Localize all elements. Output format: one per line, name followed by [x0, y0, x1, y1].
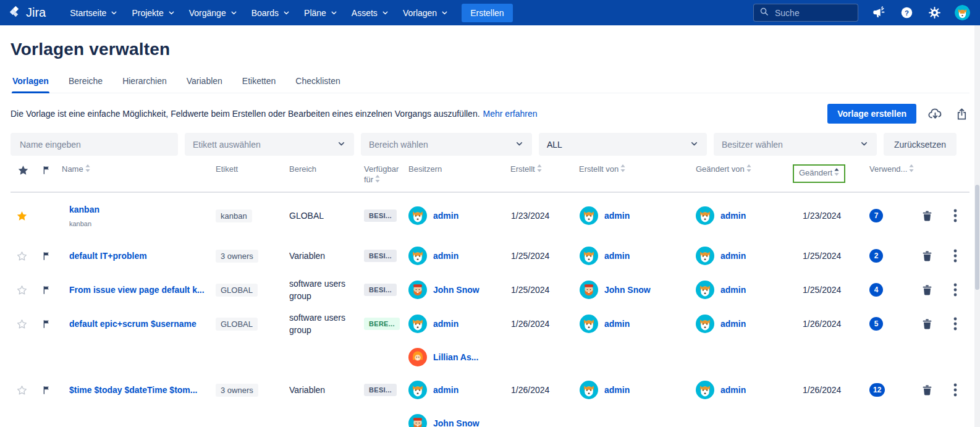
avatar-dog — [408, 315, 427, 333]
create-template-button[interactable]: Vorlage erstellen — [827, 104, 916, 124]
flag-icon[interactable] — [37, 273, 61, 307]
star-outline-icon[interactable] — [11, 273, 37, 307]
template-name-link[interactable]: $time $today $dateTime $tom... — [69, 385, 197, 395]
kebab-menu-icon[interactable] — [946, 381, 965, 399]
actions-cell — [946, 307, 971, 341]
column-header-geaendert[interactable]: Geändert — [793, 164, 867, 183]
tab-checklisten[interactable]: Checklisten — [295, 72, 340, 93]
scope-filter-select[interactable]: Bereich wählen — [361, 133, 532, 156]
user-link[interactable]: John Snow — [604, 285, 651, 295]
user-link[interactable]: admin — [433, 211, 458, 221]
usage-cell: 4 — [867, 273, 918, 307]
nav-item-pl-ne[interactable]: Pläne — [297, 4, 345, 22]
star-outline-icon[interactable] — [11, 239, 37, 273]
created-by-cell: admin — [574, 239, 691, 273]
user-link[interactable]: admin — [604, 319, 630, 329]
created-by-cell: admin — [574, 373, 691, 407]
nav-item-boards[interactable]: Boards — [245, 4, 297, 22]
search-input[interactable] — [774, 7, 848, 19]
main-menu: StartseiteProjekteVorgängeBoardsPläneAss… — [63, 4, 455, 22]
name-filter[interactable] — [11, 133, 178, 156]
user-link[interactable]: John Snow — [433, 418, 479, 427]
user-link[interactable]: admin — [433, 251, 458, 261]
trash-icon[interactable] — [918, 381, 936, 399]
user-link[interactable]: admin — [720, 251, 746, 261]
user-link[interactable]: admin — [604, 385, 630, 395]
name-filter-input[interactable] — [19, 139, 170, 150]
user-link[interactable]: admin — [433, 385, 458, 395]
user-link[interactable]: admin — [720, 319, 746, 329]
star-column-header-icon — [11, 164, 37, 179]
learn-more-link[interactable]: Mehr erfahren — [483, 109, 538, 119]
kebab-menu-icon[interactable] — [946, 315, 965, 333]
header-label: Name — [62, 164, 83, 174]
global-search[interactable] — [753, 4, 858, 22]
header-label: Verwend... — [869, 164, 907, 174]
tab-hierarchien[interactable]: Hierarchien — [122, 72, 167, 93]
intro-text: Die Vorlage ist eine einfache Möglichkei… — [11, 109, 480, 119]
trash-icon[interactable] — [918, 247, 936, 265]
scrollbar-thumb[interactable] — [975, 185, 979, 290]
column-header-erstellt-von[interactable]: Erstellt von — [574, 164, 691, 175]
user-link[interactable]: admin — [604, 211, 630, 221]
jira-logo[interactable]: Jira — [9, 5, 46, 21]
create-button[interactable]: Erstellen — [462, 4, 512, 22]
tab-vorlagen[interactable]: Vorlagen — [12, 72, 49, 93]
nav-item-vorg-nge[interactable]: Vorgänge — [182, 4, 245, 22]
user-link[interactable]: Lillian As... — [433, 352, 478, 362]
nav-item-vorlagen[interactable]: Vorlagen — [396, 4, 455, 22]
user-link[interactable]: admin — [720, 385, 746, 395]
template-name-cell: kanbankanban — [61, 193, 212, 239]
user-link[interactable]: admin — [720, 285, 746, 295]
flag-icon[interactable] — [37, 373, 61, 407]
trash-icon[interactable] — [918, 281, 936, 299]
kebab-menu-icon[interactable] — [946, 247, 965, 265]
user-link[interactable]: admin — [604, 251, 630, 261]
settings-gear-icon[interactable] — [927, 6, 942, 20]
user-link[interactable]: John Snow — [433, 285, 479, 295]
tab-etiketten[interactable]: Etiketten — [242, 72, 276, 93]
tab-variablen[interactable]: Variablen — [186, 72, 223, 93]
column-header-besitzern: Besitzern — [402, 164, 507, 175]
label-filter-select[interactable]: Etikett auswählen — [185, 133, 354, 156]
kebab-menu-icon[interactable] — [946, 281, 965, 299]
column-header-geaendert-von[interactable]: Geändert von — [691, 164, 793, 175]
template-name-link[interactable]: kanban — [69, 205, 99, 214]
column-header-erstellt[interactable]: Erstellt — [507, 164, 574, 175]
user-link[interactable]: admin — [433, 319, 458, 329]
nav-item-projekte[interactable]: Projekte — [125, 4, 182, 22]
trash-icon[interactable] — [918, 315, 936, 333]
modified-by-cell: admin — [691, 307, 793, 341]
owner-entry: Lillian As... — [402, 341, 507, 373]
type-filter-select[interactable]: ALL — [539, 133, 707, 156]
template-name-link[interactable]: default IT+problem — [69, 251, 147, 261]
user-avatar[interactable] — [955, 5, 970, 20]
created-date: 1/26/2024 — [507, 307, 574, 341]
import-cloud-icon[interactable] — [927, 106, 943, 122]
chevron-down-icon — [690, 139, 699, 150]
nav-item-startseite[interactable]: Startseite — [63, 4, 125, 22]
star-filled-icon[interactable] — [11, 193, 37, 239]
star-outline-icon[interactable] — [11, 373, 37, 407]
tab-bereiche[interactable]: Bereiche — [68, 72, 103, 93]
column-header-verfuegbar-fuer[interactable]: Verfügbar für — [360, 164, 402, 185]
user-link[interactable]: admin — [720, 211, 746, 221]
nav-item-assets[interactable]: Assets — [345, 4, 396, 22]
help-icon[interactable]: ? — [899, 6, 914, 20]
template-name-link[interactable]: From issue view page default k... — [69, 285, 205, 295]
template-name-link[interactable]: default epic+scrum $username — [69, 319, 196, 329]
column-header-name[interactable]: Name — [61, 164, 212, 175]
announcements-icon[interactable] — [871, 6, 886, 20]
owner-filter-select[interactable]: Besitzer wählen — [714, 133, 877, 156]
column-header-verwendung[interactable]: Verwend... — [867, 164, 918, 175]
flag-icon[interactable] — [37, 239, 61, 273]
trash-icon[interactable] — [918, 206, 936, 225]
reset-filters-button[interactable]: Zurücksetzen — [884, 133, 957, 156]
chevron-down-icon — [337, 139, 346, 150]
star-outline-icon[interactable] — [11, 307, 37, 341]
flag-icon[interactable] — [37, 307, 61, 341]
delete-cell — [918, 273, 946, 307]
export-icon[interactable] — [953, 106, 969, 122]
kebab-menu-icon[interactable] — [946, 206, 965, 225]
bereich-cell: Variablen — [286, 373, 360, 407]
